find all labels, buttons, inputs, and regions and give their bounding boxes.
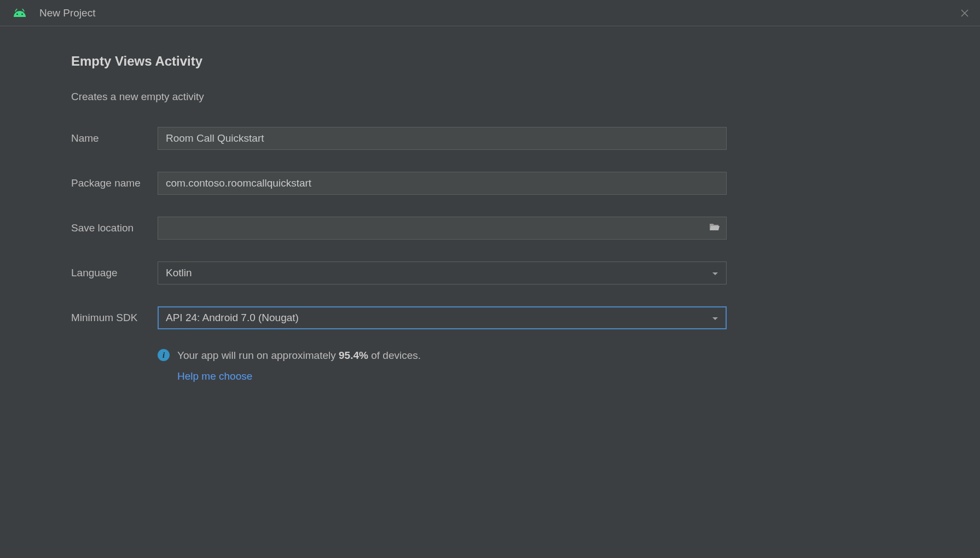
svg-line-1 <box>22 9 24 11</box>
minimum-sdk-select[interactable]: API 24: Android 7.0 (Nougat) <box>158 306 727 329</box>
svg-point-2 <box>16 13 18 15</box>
close-icon <box>961 9 969 17</box>
language-value: Kotlin <box>166 267 712 279</box>
close-button[interactable] <box>959 8 970 19</box>
row-save-location: Save location <box>71 217 909 240</box>
label-package: Package name <box>71 177 158 189</box>
save-location-input[interactable] <box>158 217 727 240</box>
page-description: Creates a new empty activity <box>71 91 909 103</box>
android-icon <box>13 7 26 20</box>
browse-folder-button[interactable] <box>709 223 720 234</box>
svg-line-0 <box>15 9 17 11</box>
chevron-down-icon <box>712 267 718 279</box>
row-package: Package name <box>71 172 909 195</box>
label-name: Name <box>71 132 158 144</box>
folder-open-icon <box>709 223 720 231</box>
row-name: Name <box>71 127 909 150</box>
svg-point-3 <box>21 13 23 15</box>
help-me-choose-link[interactable]: Help me choose <box>177 368 252 385</box>
content-area: Empty Views Activity Creates a new empty… <box>0 26 980 413</box>
min-sdk-value: API 24: Android 7.0 (Nougat) <box>166 312 712 324</box>
info-text-after: of devices. <box>368 350 421 361</box>
info-icon: i <box>158 349 170 361</box>
page-title: Empty Views Activity <box>71 54 909 69</box>
window-title: New Project <box>39 7 95 19</box>
titlebar: New Project <box>0 0 980 26</box>
package-name-input[interactable] <box>158 172 727 195</box>
row-language: Language Kotlin <box>71 261 909 284</box>
label-min-sdk: Minimum SDK <box>71 312 158 324</box>
label-save-location: Save location <box>71 222 158 234</box>
language-select[interactable]: Kotlin <box>158 261 727 284</box>
info-text-before: Your app will run on approximately <box>177 350 339 361</box>
label-language: Language <box>71 267 158 279</box>
info-percent: 95.4% <box>339 350 368 361</box>
sdk-info-text: Your app will run on approximately 95.4%… <box>177 347 421 386</box>
sdk-info-row: i Your app will run on approximately 95.… <box>158 347 909 386</box>
name-input[interactable] <box>158 127 727 150</box>
chevron-down-icon <box>712 312 718 324</box>
row-min-sdk: Minimum SDK API 24: Android 7.0 (Nougat) <box>71 306 909 329</box>
